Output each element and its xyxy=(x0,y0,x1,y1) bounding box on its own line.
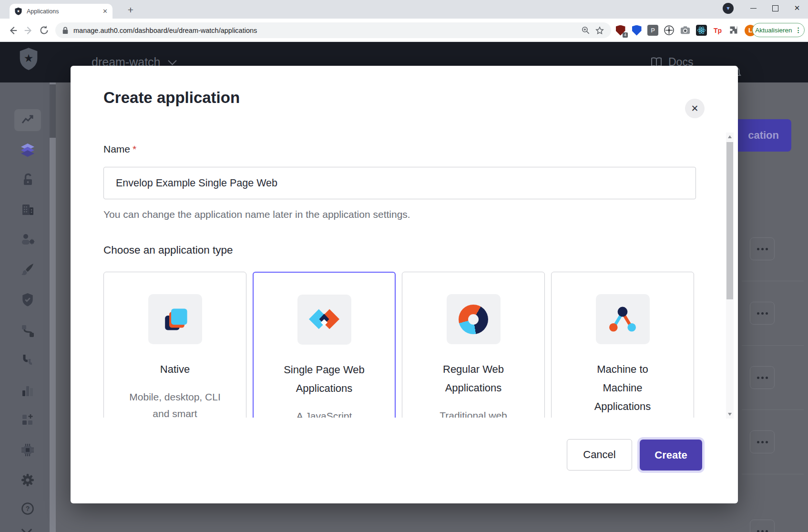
scroll-down-arrow-icon[interactable] xyxy=(728,413,732,416)
chrome-update-icon[interactable]: ▾ xyxy=(723,3,734,14)
modal-close-button[interactable]: ✕ xyxy=(685,99,705,118)
ublock-extension-icon[interactable]: 4 xyxy=(615,25,626,36)
update-button-label: Aktualisieren xyxy=(755,27,792,34)
shield-check-icon xyxy=(21,293,34,307)
browser-window: ★ Applications ✕ + ▾ ✕ manage.auth0.com/… xyxy=(0,0,808,532)
m2m-icon-tile xyxy=(596,294,650,344)
paintbrush-icon xyxy=(20,262,35,276)
application-name-input[interactable] xyxy=(103,167,696,199)
tab-title: Applications xyxy=(27,8,98,15)
back-button[interactable] xyxy=(6,24,19,37)
row-actions-menu-button[interactable] xyxy=(750,366,775,389)
card-title: Regular Web Applications xyxy=(432,360,514,397)
regular-web-app-icon xyxy=(459,305,488,334)
p-extension-icon[interactable]: P xyxy=(647,25,658,36)
sidebar-scrollbar-thumb[interactable] xyxy=(50,84,56,138)
bitwarden-extension-icon[interactable] xyxy=(631,25,642,36)
sidebar-item-activity[interactable] xyxy=(14,109,41,131)
forward-button[interactable] xyxy=(22,24,35,37)
cancel-button[interactable]: Cancel xyxy=(567,439,632,471)
unlock-icon xyxy=(20,173,35,187)
chevron-down-icon xyxy=(168,56,176,65)
application-type-heading: Choose an application type xyxy=(103,244,233,256)
card-description: A JavaScript xyxy=(297,408,352,418)
card-machine-to-machine[interactable]: Machine to Machine Applications xyxy=(551,272,694,418)
card-native[interactable]: Native Mobile, desktop, CLI and smart xyxy=(103,272,246,418)
sidebar-item-organizations[interactable] xyxy=(14,199,41,221)
sidebar-item-extensions[interactable] xyxy=(14,439,41,461)
create-button[interactable]: Create xyxy=(640,440,702,471)
lock-icon[interactable] xyxy=(62,27,69,34)
card-description: Mobile, desktop, CLI and smart xyxy=(126,389,224,418)
row-actions-menu-button[interactable] xyxy=(750,237,775,260)
sidebar-nav: ? xyxy=(0,82,56,532)
spa-icon-tile xyxy=(297,295,351,345)
tab-strip: ★ Applications ✕ + ▾ ✕ xyxy=(0,0,808,19)
building-icon xyxy=(20,203,35,217)
sidebar-scrollbar[interactable] xyxy=(50,82,56,532)
browser-toolbar: manage.auth0.com/dashboard/eu/dream-watc… xyxy=(0,19,808,42)
row-actions-menu-button[interactable] xyxy=(750,302,775,325)
auth0-favicon-icon: ★ xyxy=(14,7,22,15)
sidebar-item-branding[interactable] xyxy=(14,258,41,280)
svg-text:★: ★ xyxy=(17,9,20,13)
sidebar-item-settings[interactable] xyxy=(14,469,41,491)
native-icon xyxy=(159,304,191,335)
window-minimize-button[interactable] xyxy=(742,0,764,16)
window-close-button[interactable]: ✕ xyxy=(786,0,808,16)
modal-scrollbar-thumb[interactable] xyxy=(726,142,733,299)
help-circle-icon: ? xyxy=(20,501,35,516)
sidebar-item-applications[interactable] xyxy=(14,139,41,161)
window-maximize-button[interactable] xyxy=(764,0,786,16)
sidebar-item-monitoring[interactable] xyxy=(14,379,41,401)
window-controls: ▾ ✕ xyxy=(723,0,808,16)
required-asterisk: * xyxy=(133,143,136,154)
sidebar-item-auth-pipeline[interactable] xyxy=(14,349,41,371)
blocks-plus-icon xyxy=(20,413,35,427)
svg-text:★: ★ xyxy=(24,52,34,64)
browser-tab[interactable]: ★ Applications ✕ xyxy=(10,4,113,19)
row-actions-menu-button[interactable] xyxy=(750,430,775,453)
single-page-app-icon xyxy=(308,305,340,335)
card-regular-web[interactable]: Regular Web Applications Traditional web xyxy=(402,272,545,418)
tab-close-icon[interactable]: ✕ xyxy=(102,8,108,14)
chip-icon xyxy=(20,443,35,457)
name-help-text: You can change the application name late… xyxy=(103,209,410,220)
sidebar-item-help[interactable]: ? xyxy=(14,498,41,520)
user-gear-icon xyxy=(20,233,35,246)
layers-icon xyxy=(20,143,36,157)
chrome-update-button[interactable]: Aktualisieren ⋮ xyxy=(752,23,805,37)
row-divider xyxy=(742,409,804,410)
sidebar-item-user-management[interactable] xyxy=(14,229,41,251)
sidebar-item-marketplace[interactable] xyxy=(14,409,41,431)
modal-title: Create application xyxy=(103,89,240,107)
row-actions-menu-button[interactable] xyxy=(750,520,775,532)
extensions-row: 4 P Tp L xyxy=(615,22,756,38)
close-icon: ✕ xyxy=(691,103,699,114)
bar-chart-icon xyxy=(20,383,35,398)
kebab-menu-icon[interactable]: ⋮ xyxy=(795,26,802,34)
bookmark-star-icon[interactable] xyxy=(595,26,604,35)
puzzle-extensions-icon[interactable] xyxy=(728,25,739,36)
auth0-logo-icon[interactable]: ★ xyxy=(18,47,39,72)
sidebar-item-security[interactable] xyxy=(14,289,41,311)
card-single-page-web[interactable]: Single Page Web Applications A JavaScrip… xyxy=(253,272,396,418)
hooks-icon xyxy=(20,353,35,368)
camera-extension-icon[interactable] xyxy=(680,25,691,36)
sidebar-item-actions[interactable] xyxy=(14,320,41,342)
url-bar[interactable]: manage.auth0.com/dashboard/eu/dream-watc… xyxy=(55,22,611,38)
card-description: Traditional web xyxy=(440,407,507,418)
regular-web-icon-tile xyxy=(447,294,501,344)
modal-scrollbar[interactable] xyxy=(726,133,734,419)
flow-icon xyxy=(20,324,35,338)
new-tab-button[interactable]: + xyxy=(124,3,137,17)
scroll-up-arrow-icon[interactable] xyxy=(728,135,732,138)
tp-extension-icon[interactable]: Tp xyxy=(712,25,723,36)
sidebar-item-authentication[interactable] xyxy=(14,169,41,191)
sidebar-more-chevron-icon[interactable] xyxy=(21,524,32,532)
application-type-cards: Native Mobile, desktop, CLI and smart Si… xyxy=(103,272,697,418)
zoom-page-icon[interactable] xyxy=(581,26,590,35)
react-devtools-extension-icon[interactable] xyxy=(696,25,707,36)
crosshair-extension-icon[interactable] xyxy=(664,25,675,36)
reload-button[interactable] xyxy=(38,24,51,37)
